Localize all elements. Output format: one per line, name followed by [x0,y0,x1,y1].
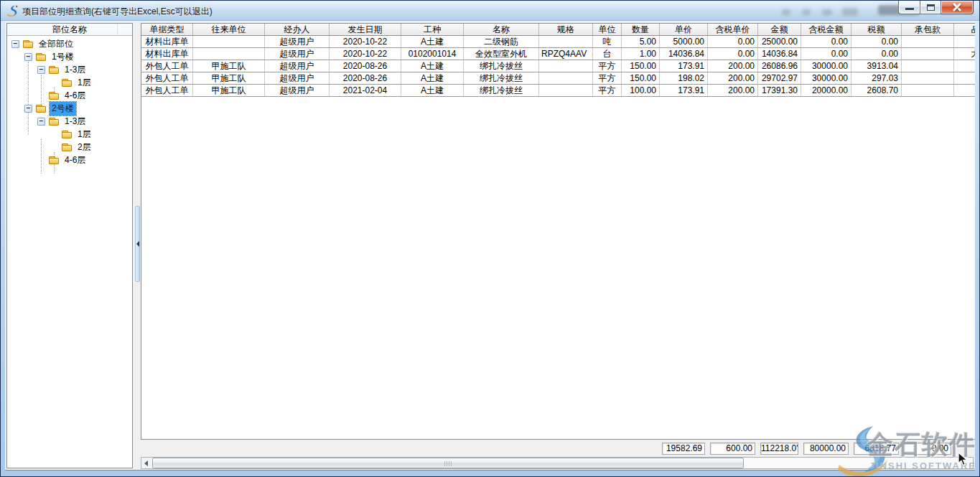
total-单价: 19582.69 [662,443,705,455]
tree-node-5[interactable]: −2号楼 [7,102,132,115]
tree-node-label[interactable]: 4-6层 [62,89,88,103]
column-header-4[interactable]: 工种 [401,24,464,35]
cell-r3-c7: 平方 [593,72,622,84]
cell-r4-c10: 200.00 [708,85,758,96]
cell-r4-c3: 2021-02-04 [330,85,401,96]
tree-node-9[interactable]: 4-6层 [7,154,132,166]
column-header-10[interactable]: 含税单价 [708,24,758,35]
column-header-11[interactable]: 金额 [758,24,801,35]
folder-icon [36,53,47,61]
column-header-5[interactable]: 名称 [464,24,539,35]
tree-node-0[interactable]: −全部部位 [7,37,132,50]
folder-icon [49,92,60,100]
table-row-0[interactable]: 材料出库单超级用户2020-10-22A土建二级钢筋吨5.005000.000.… [141,36,975,48]
table-row-2[interactable]: 外包人工单甲施工队超级用户2020-08-26A土建绑扎冷拔丝平方150.001… [141,60,975,72]
client-area: 部位名称 −全部部位−1号楼−1-3层1层4-6层−2号楼−1-3层1层2层4-… [5,21,975,471]
tree-indent-spacer [37,156,45,164]
cell-r4-c13: 2608.70 [851,85,902,96]
column-header-8[interactable]: 数量 [622,24,660,35]
cell-r2-c13: 3913.04 [851,60,902,72]
column-header-0[interactable]: 单据类型 [141,24,193,35]
column-header-7[interactable]: 单位 [593,24,622,35]
cell-r4-c15 [954,85,975,96]
tree-expander-icon[interactable]: − [37,66,45,74]
titlebar[interactable]: 项目部位明细查询(右键可导出Excel,Esc可以退出) [1,1,979,21]
tree-node-1[interactable]: −1号楼 [7,50,132,63]
minimize-button[interactable] [898,1,920,14]
tree-node-label[interactable]: 1层 [75,76,93,90]
tree-node-8[interactable]: 2层 [7,141,132,154]
close-button[interactable] [941,1,974,14]
tree-indent-spacer [37,92,45,100]
left-triangle-icon [144,461,148,466]
horizontal-scrollbar[interactable] [141,457,974,469]
column-header-9[interactable]: 单价 [660,24,708,35]
cell-r1-c13: 0.00 [851,48,902,60]
cell-r1-c9: 14036.84 [660,48,708,60]
cell-r1-c6: RPZQ4AAV（三 [539,48,593,60]
column-header-2[interactable]: 经办人 [265,24,330,35]
cell-r2-c6 [539,60,593,72]
cell-r1-c10: 0.00 [708,48,758,60]
column-header-15[interactable]: 品 [954,24,975,35]
tree-node-label[interactable]: 1-3层 [62,63,88,77]
column-header-1[interactable]: 往来单位 [193,24,265,35]
cell-r2-c3: 2020-08-26 [330,60,401,72]
tree-node-label[interactable]: 2号楼 [50,102,76,115]
collapse-left-icon [136,241,139,247]
cell-r2-c10: 200.00 [708,60,758,72]
scroll-left-button[interactable] [141,458,152,468]
tree-node-4[interactable]: 4-6层 [7,89,132,102]
total-含税单价: 600.00 [710,443,755,455]
cell-r4-c7: 平方 [593,85,622,96]
tree-node-label[interactable]: 1-3层 [62,115,88,128]
cell-r3-c15 [954,72,975,84]
cell-r2-c12: 30000.00 [801,60,851,72]
column-header-3[interactable]: 发生日期 [330,24,401,35]
cell-r0-c0: 材料出库单 [141,36,193,47]
app-window: 项目部位明细查询(右键可导出Excel,Esc可以退出) 部位名称 −全部部位−… [0,0,980,477]
cell-r3-c14 [902,72,954,84]
tree-node-label[interactable]: 4-6层 [62,154,88,167]
cell-r3-c10: 200.00 [708,72,758,84]
table-row-3[interactable]: 外包人工单甲施工队超级用户2020-08-26A土建绑扎冷拔丝平方150.001… [141,72,975,85]
tree-node-label[interactable]: 1层 [75,128,93,141]
tree-node-2[interactable]: −1-3层 [7,63,132,76]
tree-expander-icon[interactable]: − [24,105,32,113]
column-header-6[interactable]: 规格 [539,24,593,35]
tree-node-6[interactable]: −1-3层 [7,115,132,128]
cell-r2-c7: 平方 [593,60,622,72]
cell-r1-c0: 材料出库单 [141,48,193,60]
tree-expander-icon[interactable]: − [11,40,19,48]
tree-node-3[interactable]: 1层 [7,76,132,89]
panel-splitter[interactable] [135,206,140,282]
column-header-12[interactable]: 含税金额 [801,24,851,35]
grid-body: 材料出库单超级用户2020-10-22A土建二级钢筋吨5.005000.000.… [141,36,975,97]
mouse-cursor [958,452,969,466]
cell-r0-c15 [954,36,975,47]
column-header-14[interactable]: 承包款 [902,24,954,35]
tree-column-header[interactable]: 部位名称 [7,24,132,36]
tree-indent-spacer [50,131,58,138]
tree-header-label: 部位名称 [52,24,87,34]
table-row-4[interactable]: 外包人工单甲施工队超级用户2021-02-04A土建绑扎冷拔丝平方100.001… [141,85,975,97]
folder-icon [36,105,47,113]
tree-body: −全部部位−1号楼−1-3层1层4-6层−2号楼−1-3层1层2层4-6层 [7,36,132,166]
cell-r2-c11: 26086.96 [758,60,801,72]
tree-node-7[interactable]: 1层 [7,128,132,141]
tree-expander-icon[interactable]: − [24,53,32,61]
cell-r2-c1: 甲施工队 [193,60,265,72]
table-row-1[interactable]: 材料出库单超级用户2020-10-220102001014全效型室外机RPZQ4… [141,48,975,60]
cell-r3-c5: 绑扎冷拔丝 [464,72,539,84]
tree-expander-icon[interactable]: − [37,118,45,126]
column-header-13[interactable]: 税额 [851,24,902,35]
maximize-button[interactable] [920,1,941,14]
scrollbar-thumb[interactable] [152,458,744,468]
folder-icon [49,118,60,126]
tree-node-label[interactable]: 全部部位 [37,37,75,51]
tree-node-label[interactable]: 1号楼 [50,50,76,64]
tree-node-label[interactable]: 2层 [75,141,93,154]
cell-r2-c8: 150.00 [622,60,660,72]
cell-r3-c1: 甲施工队 [193,72,265,84]
folder-icon [62,79,73,87]
